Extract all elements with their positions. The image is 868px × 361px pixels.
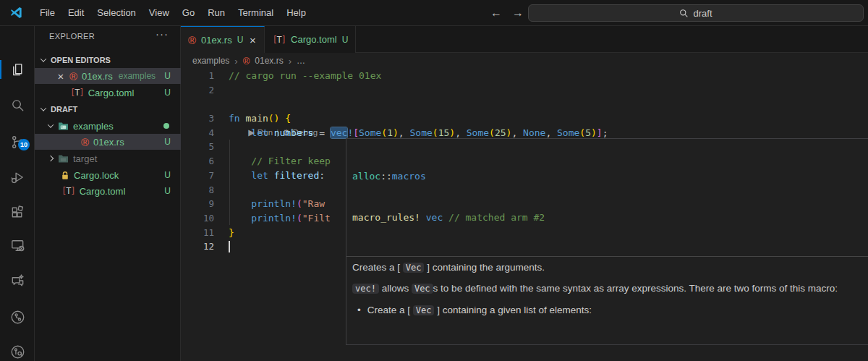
workspace-section-header[interactable]: DRAFT bbox=[35, 101, 181, 117]
hover-docs: Creates a [ Vec ] containing the argumen… bbox=[346, 261, 868, 345]
chevron-down-icon bbox=[41, 56, 46, 61]
codelens-row: ▶ Run|⚙ Debug bbox=[181, 97, 868, 111]
search-icon bbox=[679, 9, 689, 18]
tree-item-cargo-toml[interactable]: [T] Cargo.toml U bbox=[35, 183, 181, 199]
breadcrumb-separator-icon: › bbox=[289, 56, 292, 67]
close-tab-icon[interactable]: × bbox=[248, 35, 257, 46]
editor-tabs: ® 01ex.rs U × [T] Cargo.toml U bbox=[181, 26, 868, 53]
explorer-icon[interactable] bbox=[0, 57, 35, 82]
menu-run[interactable]: Run bbox=[201, 4, 231, 21]
vscode-logo-icon bbox=[9, 6, 23, 20]
menu-file[interactable]: File bbox=[33, 4, 61, 21]
toml-file-icon: [T] bbox=[272, 35, 286, 45]
indent-guide bbox=[229, 140, 230, 225]
open-editor-name: 01ex.rs bbox=[82, 71, 113, 82]
file-name: 01ex.rs bbox=[93, 137, 124, 148]
folder-name: examples bbox=[73, 121, 114, 132]
menu-selection[interactable]: Selection bbox=[90, 4, 142, 21]
explorer-sidebar: EXPLORER ··· OPEN EDITORS × ® 01ex.rs ex… bbox=[35, 26, 181, 361]
code-line[interactable]: 2 bbox=[181, 83, 868, 98]
close-editor-icon[interactable]: × bbox=[55, 71, 67, 82]
open-editor-01ex[interactable]: × ® 01ex.rs examples U bbox=[35, 68, 181, 84]
tree-item-cargo-lock[interactable]: Cargo.lock U bbox=[35, 167, 181, 183]
menu-terminal[interactable]: Terminal bbox=[231, 4, 280, 21]
search-value: draft bbox=[693, 8, 712, 19]
file-name: Cargo.lock bbox=[74, 170, 119, 181]
code-line[interactable]: 1// cargo run --example 01ex bbox=[181, 69, 868, 83]
git-status-badge: U bbox=[237, 35, 244, 45]
open-editor-cargo-toml[interactable]: [T] Cargo.toml U bbox=[35, 85, 181, 101]
menu-view[interactable]: View bbox=[142, 4, 176, 21]
chevron-down-icon bbox=[41, 105, 46, 111]
git-status-badge: U bbox=[164, 88, 171, 98]
sidebar-title: EXPLORER bbox=[49, 32, 95, 41]
toml-file-icon: [T] bbox=[61, 186, 75, 196]
extensions-icon[interactable] bbox=[0, 200, 35, 225]
tree-item-target-folder[interactable]: target bbox=[35, 150, 181, 166]
breadcrumb-item-examples[interactable]: examples bbox=[192, 56, 229, 66]
rust-file-icon: ® bbox=[188, 35, 196, 46]
menu-edit[interactable]: Edit bbox=[61, 4, 90, 21]
text-cursor bbox=[229, 241, 230, 253]
hover-signature: alloc::macros macro_rules! vec // matche… bbox=[346, 139, 868, 257]
git-status-badge: U bbox=[164, 186, 171, 196]
breadcrumb-item-file[interactable]: 01ex.rs bbox=[255, 56, 283, 66]
bullet-icon: • bbox=[357, 304, 361, 317]
git-status-badge: U bbox=[164, 170, 171, 180]
rust-file-icon: ® bbox=[243, 56, 250, 66]
search-view-icon[interactable] bbox=[0, 93, 35, 119]
folder-name: target bbox=[73, 153, 97, 164]
hover-code-block: let v = vec![1, 2, 3]; assert_eq!(v[0], … bbox=[352, 325, 868, 345]
source-control-icon[interactable]: 10 bbox=[0, 129, 35, 155]
tree-item-examples-folder[interactable]: examples bbox=[35, 118, 181, 134]
tab-01ex-rs[interactable]: ® 01ex.rs U × bbox=[181, 26, 265, 53]
breadcrumb-separator-icon: › bbox=[234, 56, 237, 67]
hover-list-item: • Create a [ Vec ] containing a given li… bbox=[352, 304, 868, 317]
forward-arrow-icon[interactable]: → bbox=[512, 7, 524, 20]
breadcrumb-item-symbol[interactable]: … bbox=[297, 56, 305, 66]
git-search-circle-icon[interactable] bbox=[0, 339, 35, 361]
git-graph-circle-icon[interactable] bbox=[0, 305, 35, 330]
hover-paragraph: vec! allows Vecs to be defined with the … bbox=[352, 282, 868, 295]
remote-explorer-icon[interactable] bbox=[0, 233, 35, 258]
chevron-down-icon bbox=[48, 122, 54, 127]
rust-file-icon: ® bbox=[81, 137, 89, 148]
breadcrumb: examples › ® 01ex.rs › … bbox=[181, 53, 868, 69]
folder-open-icon bbox=[58, 122, 69, 131]
scm-changes-badge: 10 bbox=[18, 139, 30, 150]
back-arrow-icon[interactable]: ← bbox=[490, 7, 502, 20]
tab-label: 01ex.rs bbox=[201, 35, 232, 46]
run-and-debug-icon[interactable] bbox=[0, 165, 35, 190]
modified-dot-icon bbox=[163, 123, 169, 129]
hover-paragraph: Creates a [ Vec ] containing the argumen… bbox=[352, 261, 868, 274]
menu-go[interactable]: Go bbox=[176, 4, 201, 21]
git-status-badge: U bbox=[164, 137, 171, 147]
command-center-search[interactable]: draft bbox=[528, 4, 864, 22]
hover-tooltip: alloc::macros macro_rules! vec // matche… bbox=[346, 138, 868, 345]
menu-bar: File Edit Selection View Go Run Terminal… bbox=[33, 4, 312, 21]
git-status-badge: U bbox=[164, 71, 171, 81]
rust-file-icon: ® bbox=[69, 71, 77, 82]
tab-label: Cargo.toml bbox=[291, 34, 337, 45]
menu-help[interactable]: Help bbox=[280, 4, 312, 21]
history-navigation: ← → bbox=[490, 0, 524, 26]
toml-file-icon: [T] bbox=[70, 88, 84, 98]
activity-bar: 10 bbox=[0, 26, 35, 361]
git-status-badge: U bbox=[342, 35, 349, 45]
lock-icon bbox=[61, 171, 69, 180]
open-editors-header[interactable]: OPEN EDITORS bbox=[35, 52, 181, 68]
chevron-right-icon bbox=[48, 156, 54, 161]
more-actions-icon[interactable]: ··· bbox=[156, 27, 169, 40]
tree-item-01ex-rs[interactable]: ® 01ex.rs U bbox=[35, 134, 181, 150]
file-name: Cargo.toml bbox=[80, 186, 126, 197]
title-bar: File Edit Selection View Go Run Terminal… bbox=[0, 0, 868, 26]
code-line[interactable]: 3fn main() { bbox=[181, 111, 868, 126]
tab-cargo-toml[interactable]: [T] Cargo.toml U bbox=[265, 26, 356, 53]
chat-sparkle-icon[interactable] bbox=[0, 268, 35, 294]
vscode-window: File Edit Selection View Go Run Terminal… bbox=[0, 0, 868, 361]
open-editor-description: examples bbox=[119, 71, 156, 81]
folder-icon bbox=[58, 154, 69, 163]
open-editor-name: Cargo.toml bbox=[88, 88, 135, 98]
